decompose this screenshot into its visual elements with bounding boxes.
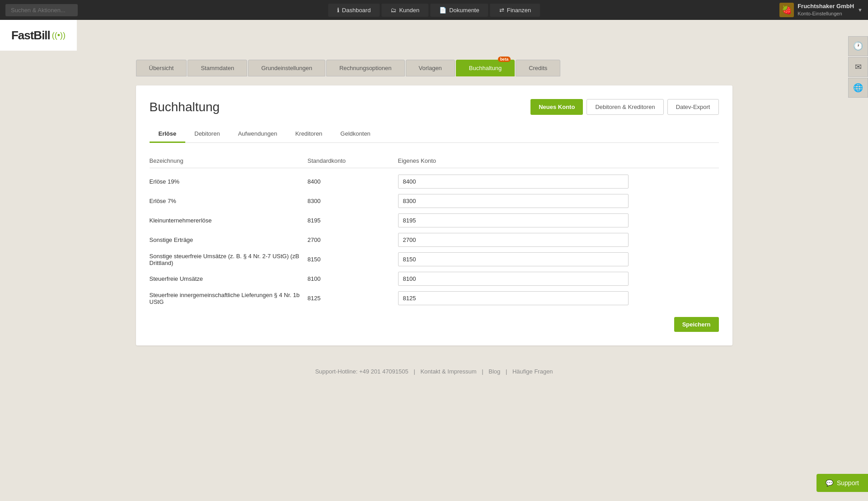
content-panel: Buchhaltung Neues Konto Debitoren & Kred…	[136, 85, 732, 345]
inner-tabs: Erlöse Debitoren Aufwendungen Kreditoren…	[150, 126, 719, 143]
main-content: Übersicht Stammdaten Grundeinstellungen …	[118, 51, 751, 354]
user-info: Fruchtshaker GmbH Konto-Einstellungen	[798, 3, 854, 17]
row6-bezeichnung: Steuerfreie innergemeinschaftliche Liefe…	[150, 292, 308, 305]
support-chat-icon: 💬	[826, 479, 833, 487]
row0-input-cell	[398, 175, 719, 189]
row6-standardkonto: 8125	[308, 295, 398, 302]
row4-bezeichnung: Sonstige steuerfreie Umsätze (z. B. § 4 …	[150, 253, 308, 266]
logo-text: FastBill	[11, 28, 50, 43]
tab-grundeinstellungen[interactable]: Grundeinstellungen	[248, 60, 325, 76]
avatar: 🍓	[779, 3, 794, 17]
footer-sep2: |	[482, 368, 483, 375]
table-header: Bezeichnung Standardkonto Eigenes Konto	[150, 154, 719, 168]
tab-credits[interactable]: Credits	[516, 60, 560, 76]
debitoren-button[interactable]: Debitoren & Kreditoren	[586, 99, 663, 115]
dashboard-icon: ℹ	[337, 7, 339, 14]
row1-bezeichnung: Erlöse 7%	[150, 198, 308, 204]
row2-input-cell	[398, 213, 719, 227]
row1-eigenes-konto-input[interactable]	[398, 194, 629, 208]
page-title: Buchhaltung	[150, 100, 220, 114]
tab-nav: Übersicht Stammdaten Grundeinstellungen …	[136, 60, 732, 76]
row5-bezeichnung: Steuerfreie Umsätze	[150, 275, 308, 282]
footer-hotline: Support-Hotline: +49 201 47091505	[315, 368, 408, 375]
top-nav-center: ℹ Dashboard 🗂 Kunden 📄 Dokumente ⇄ Finan…	[328, 4, 540, 17]
row2-standardkonto: 8195	[308, 217, 398, 224]
row4-input-cell	[398, 252, 719, 266]
table-row: Kleinunternehmererlöse 8195	[150, 211, 719, 230]
tab-rechnungsoptionen[interactable]: Rechnungsoptionen	[326, 60, 405, 76]
finanzen-icon: ⇄	[499, 7, 504, 14]
support-button[interactable]: 💬 Support	[816, 474, 868, 492]
tab-stammdaten[interactable]: Stammdaten	[188, 60, 247, 76]
footer-sep3: |	[506, 368, 507, 375]
row1-standardkonto: 8300	[308, 198, 398, 204]
account-table: Bezeichnung Standardkonto Eigenes Konto …	[150, 154, 719, 332]
row3-bezeichnung: Sonstige Erträge	[150, 236, 308, 243]
row3-eigenes-konto-input[interactable]	[398, 233, 629, 247]
top-nav-left	[5, 4, 78, 16]
inner-tab-aufwendungen[interactable]: Aufwendungen	[229, 126, 286, 143]
nav-kunden[interactable]: 🗂 Kunden	[381, 4, 428, 17]
row3-standardkonto: 2700	[308, 236, 398, 243]
panel-header: Buchhaltung Neues Konto Debitoren & Kred…	[150, 99, 719, 115]
kunden-icon: 🗂	[390, 7, 396, 14]
neues-konto-button[interactable]: Neues Konto	[530, 99, 583, 115]
beta-badge: beta	[498, 57, 511, 62]
row0-bezeichnung: Erlöse 19%	[150, 178, 308, 185]
user-sub[interactable]: Konto-Einstellungen	[798, 10, 854, 17]
row6-eigenes-konto-input[interactable]	[398, 291, 629, 305]
row1-input-cell	[398, 194, 719, 208]
col-eigenes-konto: Eigenes Konto	[398, 157, 719, 164]
top-nav: ℹ Dashboard 🗂 Kunden 📄 Dokumente ⇄ Finan…	[0, 0, 868, 20]
save-row: Speichern	[150, 317, 719, 332]
datev-export-button[interactable]: Datev-Export	[667, 99, 719, 115]
right-sidebar: 🕐 ✉ 🌐	[848, 36, 868, 98]
row5-standardkonto: 8100	[308, 275, 398, 282]
search-input[interactable]	[5, 4, 78, 16]
col-standardkonto: Standardkonto	[308, 157, 398, 164]
inner-tab-debitoren[interactable]: Debitoren	[185, 126, 229, 143]
row4-eigenes-konto-input[interactable]	[398, 252, 629, 266]
table-row: Erlöse 7% 8300	[150, 191, 719, 211]
row2-eigenes-konto-input[interactable]	[398, 213, 629, 227]
row6-input-cell	[398, 291, 719, 305]
user-dropdown-arrow[interactable]: ▼	[858, 7, 863, 13]
mail-icon-btn[interactable]: ✉	[848, 57, 868, 77]
refresh-icon-btn[interactable]: 🕐	[848, 36, 868, 56]
row5-eigenes-konto-input[interactable]	[398, 272, 629, 286]
tab-buchhaltung[interactable]: beta Buchhaltung	[456, 60, 515, 76]
row0-eigenes-konto-input[interactable]	[398, 175, 629, 189]
logo-icon: ((•))	[52, 31, 66, 40]
table-row: Sonstige steuerfreie Umsätze (z. B. § 4 …	[150, 250, 719, 269]
logo-area: FastBill ((•))	[0, 20, 77, 51]
nav-dashboard[interactable]: ℹ Dashboard	[328, 4, 380, 17]
footer-sep1: |	[413, 368, 415, 375]
tab-uebersicht[interactable]: Übersicht	[136, 60, 187, 76]
tab-vorlagen[interactable]: Vorlagen	[406, 60, 455, 76]
table-row: Steuerfreie innergemeinschaftliche Liefe…	[150, 288, 719, 308]
inner-tab-kreditoren[interactable]: Kreditoren	[286, 126, 331, 143]
row0-standardkonto: 8400	[308, 178, 398, 185]
footer: Support-Hotline: +49 201 47091505 | Kont…	[0, 354, 868, 388]
inner-tab-geldkonten[interactable]: Geldkonten	[331, 126, 380, 143]
row3-input-cell	[398, 233, 719, 247]
inner-tab-erloese[interactable]: Erlöse	[150, 126, 186, 143]
footer-kontakt[interactable]: Kontakt & Impressum	[420, 368, 476, 375]
row5-input-cell	[398, 272, 719, 286]
table-row: Erlöse 19% 8400	[150, 172, 719, 191]
footer-faq[interactable]: Häufige Fragen	[512, 368, 553, 375]
row2-bezeichnung: Kleinunternehmererlöse	[150, 217, 308, 224]
user-name: Fruchtshaker GmbH	[798, 3, 854, 10]
row4-standardkonto: 8150	[308, 256, 398, 263]
top-nav-right: 🍓 Fruchtshaker GmbH Konto-Einstellungen …	[779, 3, 863, 17]
table-row: Steuerfreie Umsätze 8100	[150, 269, 719, 288]
panel-actions: Neues Konto Debitoren & Kreditoren Datev…	[530, 99, 718, 115]
nav-finanzen[interactable]: ⇄ Finanzen	[490, 4, 540, 17]
table-row: Sonstige Erträge 2700	[150, 230, 719, 250]
globe-icon-btn[interactable]: 🌐	[848, 78, 868, 98]
dokumente-icon: 📄	[439, 7, 446, 14]
nav-dokumente[interactable]: 📄 Dokumente	[430, 4, 488, 17]
footer-blog[interactable]: Blog	[488, 368, 500, 375]
col-bezeichnung: Bezeichnung	[150, 157, 308, 164]
speichern-button[interactable]: Speichern	[674, 317, 719, 332]
